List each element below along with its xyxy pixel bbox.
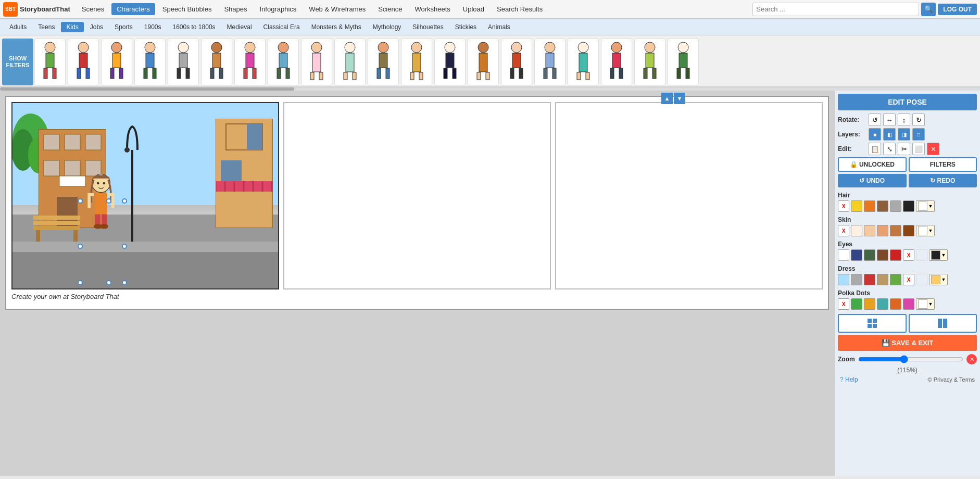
char-thumb-20[interactable] [668,39,699,85]
save-exit-button[interactable]: 💾 SAVE & EXIT [838,335,977,351]
selection-handle-bl[interactable] [78,280,83,285]
dress-color-gray[interactable] [851,274,862,285]
layer-backward-icon[interactable]: ◧ [883,128,896,141]
nav-web-wireframes[interactable]: Web & Wireframes [304,3,371,15]
redo-button[interactable]: ↻ REDO [909,174,977,187]
dress-color-lightblue[interactable] [838,274,849,285]
char-thumb-10[interactable] [334,39,366,85]
eyes-color-x[interactable]: X [903,249,914,261]
cat-sports[interactable]: Sports [109,22,138,32]
nav-science[interactable]: Science [373,3,407,15]
cat-silhouettes[interactable]: Silhouettes [407,22,448,32]
char-thumb-13[interactable] [434,39,466,85]
dress-color-dropdown[interactable]: ▼ [929,274,948,285]
cat-classical-era[interactable]: Classical Era [258,22,305,32]
eyes-color-blue[interactable] [851,249,862,261]
polka-dots-color-green[interactable] [851,298,862,310]
filters-button[interactable]: FILTERS [909,157,977,172]
zoom-slider[interactable] [858,355,963,363]
char-thumb-7[interactable] [234,39,266,85]
dress-color-tan[interactable] [877,274,888,285]
undo-button[interactable]: ↺ UNDO [838,174,907,187]
char-thumb-19[interactable] [634,39,665,85]
eyes-color-brown[interactable] [877,249,888,261]
polka-dots-color-darkorange[interactable] [890,298,901,310]
nav-worksheets[interactable]: Worksheets [409,3,455,15]
hair-color-brown[interactable] [877,200,888,212]
cat-teens[interactable]: Teens [33,22,60,32]
selection-handle-bm[interactable] [106,280,111,285]
selection-handle-tm[interactable] [106,198,111,204]
nav-characters[interactable]: Characters [111,3,155,15]
nav-scenes[interactable]: Scenes [77,3,109,15]
hair-color-black[interactable] [903,200,914,212]
grid-view-button[interactable] [838,314,907,333]
skin-color-dropdown[interactable]: ▼ [916,225,935,236]
nav-infographics[interactable]: Infographics [255,3,302,15]
char-thumb-2[interactable] [68,39,99,85]
character-in-scene[interactable] [80,172,122,247]
skin-color-5[interactable] [903,225,914,236]
polka-dots-color-x[interactable]: X [838,298,849,310]
polka-dots-color-orange[interactable] [864,298,875,310]
search-button[interactable]: 🔍 [921,3,936,16]
layer-front-icon[interactable]: □ [912,128,925,141]
char-thumb-5[interactable] [168,39,199,85]
char-thumb-6[interactable] [201,39,232,85]
eyes-color-white[interactable] [838,249,849,261]
polka-dots-color-dropdown[interactable]: ▼ [916,298,935,310]
char-thumb-11[interactable] [368,39,399,85]
delete-icon[interactable]: ✕ [927,143,939,155]
rotate-left-icon[interactable]: ↺ [869,114,881,126]
crop-icon[interactable]: ✂ [898,143,910,155]
char-thumb-8[interactable] [268,39,299,85]
selection-handle-tl[interactable] [78,198,83,204]
skin-color-2[interactable] [864,225,875,236]
skin-color-x[interactable]: X [838,225,849,236]
flip-h-icon[interactable]: ↔ [883,114,896,126]
cat-1900s[interactable]: 1900s [139,22,167,32]
layer-forward-icon[interactable]: ◨ [898,128,910,141]
hair-color-gray[interactable] [890,200,901,212]
char-thumb-9[interactable] [301,39,332,85]
edit-pose-button[interactable]: EDIT POSE [838,94,977,110]
dress-color-red[interactable] [864,274,875,285]
skin-color-4[interactable] [890,225,901,236]
selection-handle-tr[interactable] [122,198,127,204]
dress-color-x[interactable]: X [903,274,914,285]
dress-color-empty[interactable] [916,274,927,285]
hair-color-orange[interactable] [864,200,875,212]
selection-handle-mr[interactable] [122,244,127,249]
cat-monsters-myths[interactable]: Monsters & Myths [306,22,367,32]
cat-medieval[interactable]: Medieval [222,22,257,32]
cat-adults[interactable]: Adults [4,22,32,32]
scroll-up-button[interactable]: ▲ [661,93,673,104]
cat-kids[interactable]: Kids [61,22,83,32]
single-view-button[interactable] [909,314,977,333]
eyes-color-dropdown[interactable]: ▼ [929,249,948,261]
polka-dots-color-teal[interactable] [877,298,888,310]
skin-color-3[interactable] [877,225,888,236]
logout-button[interactable]: LOG OUT [938,4,977,15]
nav-speech-bubbles[interactable]: Speech Bubbles [157,3,217,15]
hair-color-yellow[interactable] [851,200,862,212]
char-thumb-3[interactable] [101,39,132,85]
storyboard-cell-1[interactable] [11,102,279,289]
search-input[interactable] [752,3,919,16]
char-thumb-18[interactable] [601,39,632,85]
eyes-color-green[interactable] [864,249,875,261]
cat-stickies[interactable]: Stickies [450,22,482,32]
copy-icon[interactable]: 📋 [869,143,881,155]
show-filters-button[interactable]: SHOWFILTERS [2,39,33,85]
char-thumb-14[interactable] [468,39,499,85]
zoom-reset-button[interactable]: ✕ [966,354,977,364]
storyboard-cell-2[interactable] [283,102,551,289]
nav-shapes[interactable]: Shapes [219,3,252,15]
cat-1600s-1800s[interactable]: 1600s to 1800s [167,22,220,32]
rotate-right-icon[interactable]: ↻ [912,114,925,126]
eyes-color-empty[interactable] [916,249,927,261]
skin-color-1[interactable] [851,225,862,236]
flip-v-icon[interactable]: ↕ [898,114,910,126]
cat-mythology[interactable]: Mythology [368,22,407,32]
hair-color-x[interactable]: X [838,200,849,212]
